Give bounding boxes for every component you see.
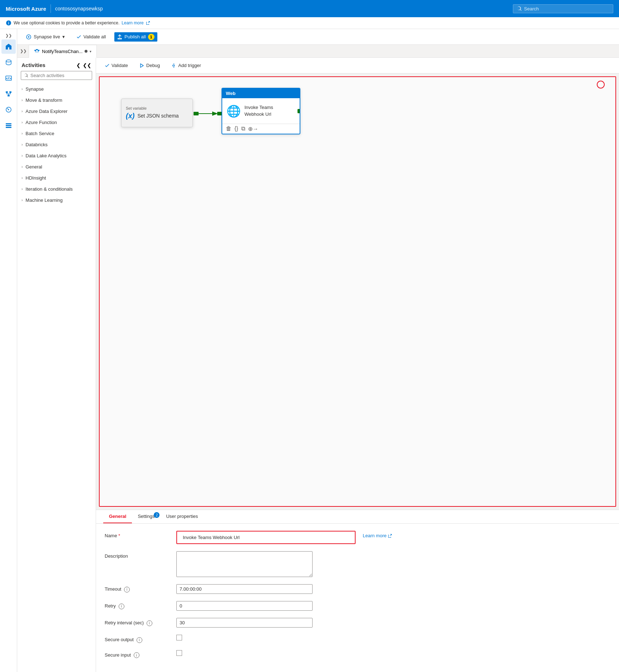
name-row: Name * Learn more xyxy=(105,531,610,544)
canvas-toolbar: Validate Debug Add trigger xyxy=(96,58,619,73)
validate-label: Validate xyxy=(111,63,128,68)
timeout-info-icon[interactable]: i xyxy=(124,587,130,592)
category-label: Databricks xyxy=(25,142,47,147)
tab-expand-icon[interactable]: ❯❯ xyxy=(20,49,27,53)
nav-home-icon[interactable] xyxy=(1,39,16,54)
validate-all-btn[interactable]: Validate all xyxy=(73,33,109,41)
category-item-hdinsight[interactable]: › HDInsight xyxy=(17,172,96,184)
category-item-synapse[interactable]: › Synapse xyxy=(17,84,96,95)
category-item-data-lake-analytics[interactable]: › Data Lake Analytics xyxy=(17,150,96,161)
web-node-text: Invoke Teams Webhook Url xyxy=(244,104,273,117)
nav-integrate-icon[interactable] xyxy=(1,87,16,101)
chevron-right-icon: › xyxy=(22,143,23,147)
pipeline-canvas[interactable]: Set variable (x) Set JSON schema xyxy=(99,76,616,507)
secure-input-checkbox[interactable] xyxy=(176,650,182,656)
svg-rect-19 xyxy=(194,112,199,115)
copy-icon[interactable]: ⧉ xyxy=(241,125,245,132)
chevron-right-icon: › xyxy=(22,132,23,135)
category-item-machine-learning[interactable]: › Machine Learning xyxy=(17,195,96,206)
category-item-move-and-transform[interactable]: › Move & transform xyxy=(17,95,96,106)
retry-interval-input[interactable] xyxy=(176,618,313,628)
web-activity-node[interactable]: Web 🌐 Invoke Teams Webhook Url 🗑 xyxy=(222,88,300,134)
category-item-iteration-and-conditionals[interactable]: › Iteration & conditionals xyxy=(17,184,96,195)
cookie-text: We use optional cookies to provide a bet… xyxy=(14,20,119,25)
svg-rect-5 xyxy=(9,91,11,93)
category-item-databricks[interactable]: › Databricks xyxy=(17,139,96,150)
search-bar[interactable]: Search xyxy=(513,4,613,13)
category-item-azure-function[interactable]: › Azure Function xyxy=(17,117,96,128)
category-item-general[interactable]: › General xyxy=(17,161,96,172)
description-label: Description xyxy=(105,551,169,559)
bottom-panel: General Settings 2 User properties Name xyxy=(96,510,619,672)
expand-icon[interactable]: ⊕→ xyxy=(248,125,258,132)
retry-info-icon[interactable]: i xyxy=(119,604,124,609)
settings-icon[interactable]: {} xyxy=(234,125,238,132)
name-input[interactable] xyxy=(180,533,352,542)
svg-rect-16 xyxy=(36,49,38,50)
description-input[interactable] xyxy=(176,551,313,577)
set-variable-name: Set JSON schema xyxy=(137,113,178,119)
synapse-live-btn[interactable]: Synapse live ▾ xyxy=(23,33,68,41)
nav-collapse-btn[interactable]: ❯❯ xyxy=(5,33,12,38)
search-activities-input[interactable] xyxy=(30,73,89,78)
learn-more-cookie-link[interactable]: Learn more xyxy=(122,20,143,25)
tab-bar: ❯❯ NotifyTeamsChan... ▾ xyxy=(17,45,619,58)
category-label: Machine Learning xyxy=(25,197,62,203)
top-bar-divider xyxy=(51,4,51,13)
category-item-batch-service[interactable]: › Batch Service xyxy=(17,128,96,139)
svg-rect-11 xyxy=(6,127,11,128)
validate-all-label: Validate all xyxy=(84,34,106,39)
set-variable-node[interactable]: Set variable (x) Set JSON schema xyxy=(121,99,193,127)
category-label: HDInsight xyxy=(25,175,46,181)
name-input-wrapper[interactable] xyxy=(176,531,356,544)
set-variable-content: (x) Set JSON schema xyxy=(126,112,188,120)
timeout-row: Timeout i xyxy=(105,584,610,594)
search-label: Search xyxy=(524,6,539,11)
validate-btn[interactable]: Validate xyxy=(102,61,131,70)
nav-data-icon[interactable] xyxy=(1,55,16,70)
delete-icon[interactable]: 🗑 xyxy=(226,125,232,132)
tab-settings[interactable]: Settings 2 xyxy=(132,510,160,523)
retry-interval-info-icon[interactable]: i xyxy=(147,620,152,626)
add-trigger-label: Add trigger xyxy=(178,63,201,68)
svg-rect-15 xyxy=(38,50,39,51)
tab-title: NotifyTeamsChan... xyxy=(42,49,82,54)
tab-general[interactable]: General xyxy=(103,510,132,523)
nav-manage-icon[interactable] xyxy=(1,118,16,133)
search-activities-icon xyxy=(24,73,28,78)
tab-chevron[interactable]: ▾ xyxy=(90,49,91,53)
trigger-icon xyxy=(171,63,176,68)
category-item-azure-data-explorer[interactable]: › Azure Data Explorer xyxy=(17,106,96,117)
secure-output-info-icon[interactable]: i xyxy=(137,637,142,643)
category-label: General xyxy=(25,164,42,170)
add-trigger-btn[interactable]: Add trigger xyxy=(168,61,204,70)
activities-search-box[interactable] xyxy=(21,71,92,80)
web-node-header: Web xyxy=(222,89,300,98)
collapse-all-icon[interactable]: ❮❮ xyxy=(83,62,91,68)
timeout-input[interactable] xyxy=(176,584,313,594)
activities-controls: ❮ ❮❮ xyxy=(76,62,91,68)
external-icon xyxy=(388,534,392,538)
category-label: Iteration & conditionals xyxy=(25,186,73,192)
nav-develop-icon[interactable] xyxy=(1,71,16,85)
learn-more-link[interactable]: Learn more xyxy=(363,531,392,538)
secure-input-info-icon[interactable]: i xyxy=(134,652,139,658)
retry-interval-label: Retry interval (sec) i xyxy=(105,618,169,626)
activities-header: Activities ❮ ❮❮ xyxy=(17,58,96,71)
retry-input[interactable] xyxy=(176,601,313,611)
publish-all-btn[interactable]: Publish all 1 xyxy=(114,32,157,42)
nav-monitor-icon[interactable] xyxy=(1,103,16,117)
secure-input-label: Secure input i xyxy=(105,650,169,658)
activities-title: Activities xyxy=(22,62,46,68)
bottom-tabs: General Settings 2 User properties xyxy=(96,510,619,524)
unsaved-indicator xyxy=(85,50,87,53)
collapse-icon[interactable]: ❮ xyxy=(76,62,81,68)
tab-user-properties[interactable]: User properties xyxy=(160,510,204,523)
timeout-label: Timeout i xyxy=(105,584,169,592)
pipeline-tab[interactable]: NotifyTeamsChan... ▾ xyxy=(29,45,97,58)
left-nav: ❯❯ xyxy=(0,29,17,672)
top-bar: Microsoft Azure contososynapsewksp Searc… xyxy=(0,0,619,17)
synapse-live-label: Synapse live xyxy=(34,34,60,39)
secure-output-checkbox[interactable] xyxy=(176,635,182,640)
debug-btn[interactable]: Debug xyxy=(137,61,163,70)
